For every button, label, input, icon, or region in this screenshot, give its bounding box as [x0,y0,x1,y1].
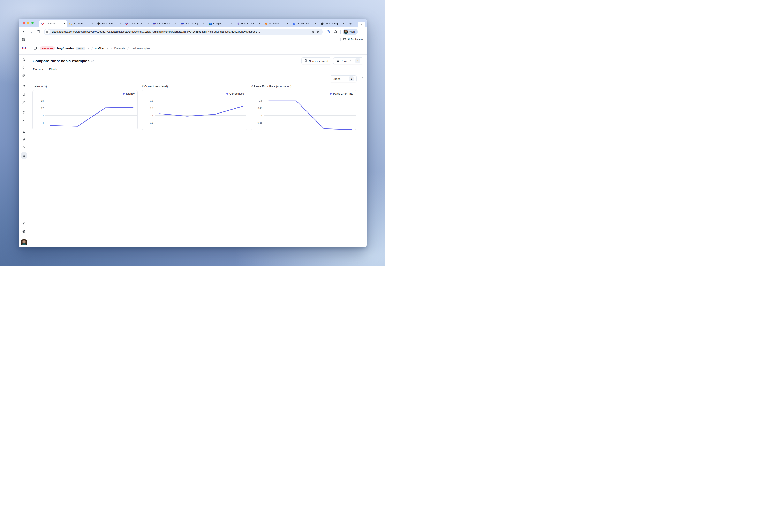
flask-icon [304,59,307,63]
sidebar-item-datasets[interactable] [21,152,27,159]
minimize-window-button[interactable] [27,22,29,24]
sidebar-item-support[interactable] [21,228,27,235]
reload-button[interactable] [35,29,41,35]
sidebar-item-prompts[interactable] [21,110,27,116]
app-header: PROD-EU langfuse-dev Team no-filter Data… [19,42,367,55]
sidebar-item-annotation[interactable] [21,144,27,151]
sidebar-item-playground[interactable] [21,118,27,124]
tab-title: docs: add g [325,22,341,25]
browser-tab[interactable]: 20250923 [67,20,95,27]
breadcrumb-datasets[interactable]: Datasets [114,47,125,50]
breadcrumb-dataset-name[interactable]: basic-examples [131,47,150,50]
browser-tab[interactable]: feat(io-tab [95,20,123,27]
bookmark-star-icon[interactable] [315,29,321,34]
browser-tab[interactable]: Datasets | L [123,20,151,27]
toolbar-divider [340,30,341,34]
tracing-icon [22,85,26,89]
site-settings-icon[interactable] [45,29,50,34]
collapse-panel-chevron-icon[interactable] [362,76,364,79]
browser-tab[interactable]: Datasets | L [39,20,67,27]
tab-charts[interactable]: Charts [48,68,57,73]
browser-tab[interactable]: 6Langfuse - [207,20,235,27]
runs-selector-button[interactable]: Runs 4 [333,57,363,64]
apps-grid-icon[interactable] [22,38,25,41]
sidebar-item-tracing[interactable] [21,84,27,90]
address-bar[interactable]: cloud.langfuse.com/project/cmfwgv8fx002o… [44,29,323,35]
tab-close-icon[interactable] [231,22,233,25]
new-experiment-button[interactable]: New experiment [301,57,331,64]
sidebar-item-users[interactable] [21,100,27,106]
org-chevron-icon[interactable] [87,47,89,50]
all-bookmarks-button[interactable]: All Bookmarks [343,38,363,41]
tab-close-icon[interactable] [119,22,121,25]
sidebar-item-search[interactable] [21,57,27,63]
tab-title: Accounts | [269,22,285,25]
support-icon [22,229,26,234]
browser-menu-icon[interactable] [359,29,364,34]
charts-panel: Charts 3 Latency (s)latency481216# Corre… [29,73,359,247]
close-window-button[interactable] [23,22,25,24]
sidebar-item-settings[interactable] [21,220,27,227]
svg-text:4: 4 [42,121,44,124]
annotation-icon [22,146,26,150]
tab-close-icon[interactable] [203,22,205,25]
browser-tab[interactable]: Blog - Lang [179,20,207,27]
langfuse-logo[interactable] [19,42,29,54]
tab-close-icon[interactable] [314,22,317,25]
sidebar-item-home[interactable] [21,65,27,71]
zoom-page-icon[interactable] [310,29,315,34]
chart-plot: 0.20.40.60.8 [142,90,247,130]
tab-close-icon[interactable] [63,22,65,25]
svg-text:0.3: 0.3 [259,114,262,117]
password-manager-icon[interactable] [325,29,331,35]
tab-close-icon[interactable] [174,22,177,25]
tab-close-icon[interactable] [342,22,345,25]
sidebar-item-sessions[interactable] [21,92,27,98]
tab-close-icon[interactable] [91,22,93,25]
tab-close-icon[interactable] [147,22,149,25]
forward-button[interactable] [28,29,34,35]
org-name[interactable]: langfuse-dev [57,47,74,50]
project-chevron-icon[interactable] [106,47,109,50]
sidebar-item-scores[interactable] [21,128,27,135]
browser-tab[interactable]: Marlies we [291,20,319,27]
tab-outputs[interactable]: Outputs [33,68,43,73]
charts-row: Latency (s)latency481216# Correctness (e… [32,85,357,130]
browser-tab[interactable]: Accounts | [263,20,291,27]
svg-text:0.4: 0.4 [149,114,153,117]
tab-title: Datasets | L [129,22,145,25]
new-tab-button[interactable] [348,21,353,26]
url-text[interactable]: cloud.langfuse.com/project/cmfwgv8fx002o… [52,30,310,33]
project-name[interactable]: no-filter [95,47,104,50]
back-button[interactable] [21,29,27,35]
legend-label: Parse Error Rate [333,92,353,95]
sidebar-toggle-icon[interactable] [32,46,38,51]
browser-window: Datasets | L20250923feat(io-tabDatasets … [19,19,367,247]
tab-search-chevron-icon[interactable] [358,22,365,27]
browser-tab[interactable]: Organizatio [151,20,179,27]
charts-selector-button[interactable]: Charts 3 [330,75,357,82]
maximize-window-button[interactable] [31,22,34,24]
chart-card[interactable]: latency481216 [32,90,138,130]
user-avatar[interactable] [21,239,27,245]
chart-card[interactable]: Parse Error Rate0.150.30.450.6 [251,90,356,130]
extensions-icon[interactable] [332,29,338,35]
legend-label: latency [126,92,134,95]
runs-count-badge: 4 [355,58,360,63]
sidebar-item-dashboard[interactable] [21,73,27,79]
browser-profile-button[interactable]: Work [343,29,358,35]
browser-tab[interactable]: Google Gem [235,20,263,27]
app-sidebar [19,55,29,247]
chart-card[interactable]: Correctness0.20.40.60.8 [142,90,247,130]
svg-text:6: 6 [210,23,211,24]
browser-tab[interactable]: docs: add g [319,20,347,27]
prompts-icon [22,111,26,115]
scores-icon [22,130,26,134]
tab-close-icon[interactable] [286,22,289,25]
tab-close-icon[interactable] [259,22,261,25]
window-controls[interactable] [23,22,34,24]
sidebar-item-evaluators[interactable] [21,136,27,143]
new-experiment-label: New experiment [309,60,328,63]
info-icon[interactable] [91,60,94,63]
langfuse-icon [181,22,184,25]
